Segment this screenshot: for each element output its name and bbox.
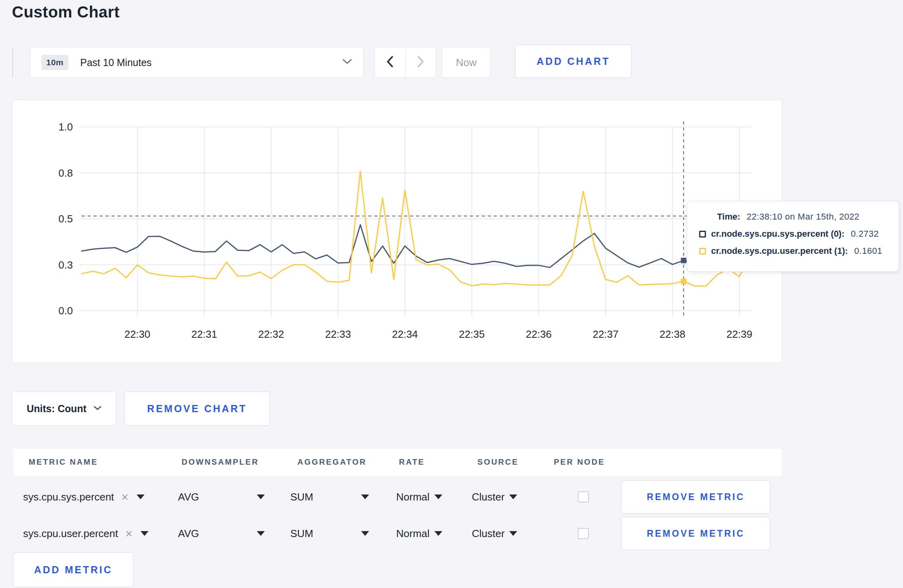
- svg-text:22:35: 22:35: [459, 328, 485, 340]
- caret-down-icon: [509, 531, 517, 536]
- chevron-down-icon: [94, 405, 102, 412]
- aggregator-value: SUM: [290, 528, 313, 540]
- remove-chart-button[interactable]: REMOVE CHART: [124, 391, 270, 426]
- per-node-checkbox[interactable]: [578, 528, 589, 539]
- aggregator-value: SUM: [290, 491, 313, 503]
- remove-metric-button[interactable]: REMOVE METRIC: [621, 517, 770, 550]
- header-per-node: PER NODE: [554, 458, 605, 467]
- remove-metric-label: REMOVE METRIC: [647, 492, 745, 502]
- page-title: Custom Chart: [12, 3, 119, 21]
- header-metric-name: METRIC NAME: [29, 458, 98, 467]
- header-source: SOURCE: [477, 458, 519, 467]
- remove-metric-label: REMOVE METRIC: [647, 528, 745, 539]
- rate-select[interactable]: Normal: [396, 516, 442, 551]
- downsampler-value: AVG: [178, 491, 199, 503]
- caret-down-icon: [257, 531, 265, 536]
- chevron-right-icon: [417, 56, 424, 69]
- chevron-down-icon: [342, 59, 352, 66]
- add-chart-button[interactable]: ADD CHART: [515, 45, 631, 78]
- time-pager: [374, 47, 436, 78]
- user-series-swatch-icon: [699, 248, 706, 255]
- svg-text:22:38: 22:38: [659, 328, 685, 340]
- units-select[interactable]: Units: Count: [12, 391, 116, 426]
- metric-name-value: sys.cpu.sys.percent: [23, 491, 114, 503]
- caret-down-icon: [434, 531, 442, 536]
- source-value: Cluster: [472, 528, 504, 540]
- tooltip-user-series-name: cr.node.sys.cpu.user.percent (1):: [711, 246, 848, 256]
- svg-text:22:30: 22:30: [124, 328, 150, 340]
- next-time-button[interactable]: [405, 47, 436, 78]
- svg-text:0.3: 0.3: [59, 259, 73, 271]
- tooltip-time-label: Time:: [717, 212, 740, 222]
- rate-value: Normal: [396, 528, 430, 540]
- header-rate: RATE: [399, 458, 425, 467]
- sys-series-swatch-icon: [699, 231, 706, 238]
- svg-text:0.0: 0.0: [59, 305, 73, 317]
- aggregator-select[interactable]: SUM: [290, 480, 369, 514]
- controls-divider: [12, 49, 13, 78]
- units-select-label: Units: Count: [27, 403, 86, 415]
- chart-card: 0.00.30.50.81.022:3022:3122:3222:3322:34…: [12, 99, 782, 363]
- caret-down-icon[interactable]: [141, 531, 149, 536]
- header-aggregator: AGGREGATOR: [297, 458, 367, 467]
- caret-down-icon: [361, 531, 369, 536]
- add-metric-label: ADD METRIC: [34, 564, 113, 576]
- tooltip-sys-series-value: 0.2732: [851, 229, 879, 239]
- svg-text:1.0: 1.0: [59, 121, 73, 133]
- chart-tooltip: Time: 22:38:10 on Mar 15th, 2022 cr.node…: [687, 201, 899, 272]
- source-select[interactable]: Cluster: [472, 480, 517, 514]
- svg-text:22:36: 22:36: [526, 328, 551, 340]
- custom-chart-canvas[interactable]: 0.00.30.50.81.022:3022:3122:3222:3322:34…: [12, 100, 783, 363]
- svg-text:22:34: 22:34: [392, 328, 418, 340]
- time-range-label: Past 10 Minutes: [80, 57, 152, 68]
- source-select[interactable]: Cluster: [472, 516, 517, 551]
- time-range-select[interactable]: 10m Past 10 Minutes: [30, 47, 364, 78]
- tooltip-user-series-value: 0.1601: [854, 246, 882, 256]
- table-row: sys.cpu.user.percent × AVG SUM Normal Cl…: [13, 516, 782, 551]
- source-value: Cluster: [472, 491, 504, 503]
- tooltip-time-value: 22:38:10 on Mar 15th, 2022: [747, 212, 859, 222]
- add-chart-label: ADD CHART: [537, 56, 610, 67]
- downsampler-value: AVG: [178, 528, 199, 540]
- caret-down-icon[interactable]: [137, 495, 145, 499]
- clear-metric-icon[interactable]: ×: [121, 491, 129, 503]
- chevron-left-icon: [386, 56, 393, 69]
- svg-text:22:32: 22:32: [258, 328, 284, 340]
- remove-metric-button[interactable]: REMOVE METRIC: [621, 480, 770, 514]
- svg-text:22:33: 22:33: [325, 328, 351, 340]
- metrics-table-header: METRIC NAME DOWNSAMPLER AGGREGATOR RATE …: [13, 449, 782, 476]
- per-node-checkbox[interactable]: [578, 491, 589, 502]
- table-row: sys.cpu.sys.percent × AVG SUM Normal Clu…: [13, 480, 782, 514]
- now-button[interactable]: Now: [442, 47, 491, 78]
- svg-text:22:31: 22:31: [191, 328, 217, 340]
- downsampler-select[interactable]: AVG: [178, 516, 265, 551]
- downsampler-select[interactable]: AVG: [178, 480, 265, 514]
- prev-time-button[interactable]: [375, 47, 405, 78]
- now-button-label: Now: [456, 56, 477, 69]
- aggregator-select[interactable]: SUM: [290, 516, 369, 551]
- rate-select[interactable]: Normal: [396, 480, 442, 514]
- metric-name-value: sys.cpu.user.percent: [23, 528, 118, 540]
- tooltip-sys-series-name: cr.node.sys.cpu.sys.percent (0):: [711, 229, 844, 239]
- caret-down-icon: [257, 495, 265, 499]
- add-metric-button[interactable]: ADD METRIC: [13, 552, 133, 587]
- rate-value: Normal: [396, 491, 430, 503]
- svg-text:22:39: 22:39: [726, 328, 752, 340]
- svg-text:22:37: 22:37: [592, 328, 618, 340]
- remove-chart-label: REMOVE CHART: [147, 403, 247, 415]
- header-downsampler: DOWNSAMPLER: [182, 458, 259, 467]
- clear-metric-icon[interactable]: ×: [125, 527, 133, 540]
- caret-down-icon: [509, 495, 517, 499]
- caret-down-icon: [434, 495, 442, 499]
- time-range-badge: 10m: [41, 55, 68, 70]
- svg-text:0.8: 0.8: [59, 167, 73, 179]
- svg-text:0.5: 0.5: [59, 213, 73, 225]
- caret-down-icon: [361, 495, 369, 499]
